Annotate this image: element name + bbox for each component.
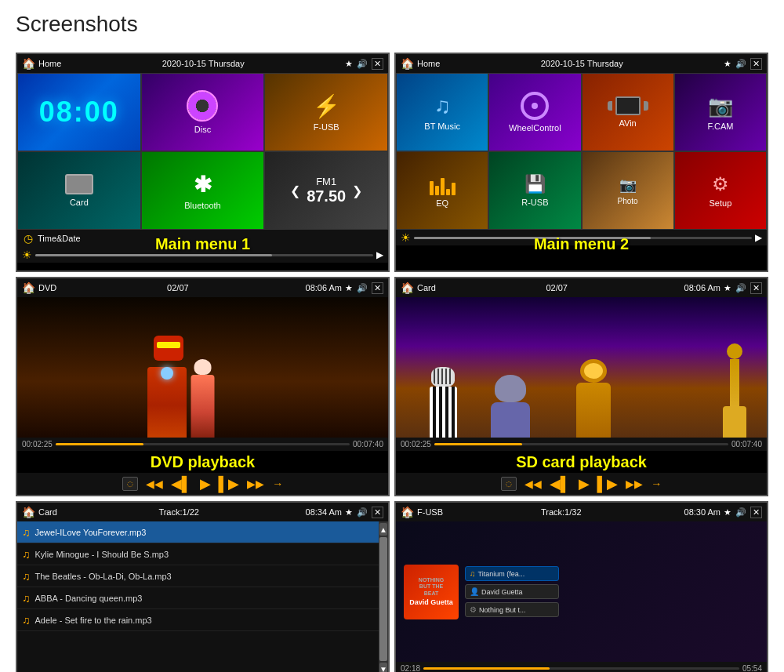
arrow-btn-p3[interactable]: → — [272, 478, 283, 490]
track-item-4[interactable]: ♫ ABBA - Dancing queen.mp3 — [17, 587, 379, 609]
track-mini-3[interactable]: ⚙ Nothing But t... — [465, 602, 559, 617]
volume-icon-p5: 🔊 — [357, 507, 368, 518]
track-mini-name-3: Nothing But t... — [479, 606, 526, 614]
progress-area-p6: 02:18 05:54 — [396, 662, 767, 672]
zebra-figure — [426, 367, 461, 438]
track-mini-list-p6: ♫ Titanium (fea... 👤 David Guetta ⚙ Noth… — [465, 566, 759, 617]
next-next-btn-p3[interactable]: ▶▶ — [247, 478, 264, 490]
repeat-btn-p3[interactable]: ◌ — [122, 477, 138, 491]
panel-main-menu-1: 🏠 Home 2020-10-15 Thursday ★ 🔊 ✕ 08:00 D… — [16, 53, 390, 272]
home-icon-p1[interactable]: 🏠 — [22, 57, 35, 70]
tile-eq[interactable]: EQ — [396, 151, 488, 230]
prev-btn-p4[interactable]: ◀▌ — [550, 475, 571, 492]
hippo-body — [491, 402, 530, 438]
bluetooth-icon-p1: ★ — [345, 59, 353, 69]
woman-head — [194, 359, 212, 375]
bt-icon-p6: ★ — [724, 507, 731, 518]
home-icon-p5[interactable]: 🏠 — [22, 506, 35, 518]
brightness-track-p2[interactable] — [414, 237, 752, 239]
home-icon-p4[interactable]: 🏠 — [401, 282, 414, 294]
track-item-3[interactable]: ♫ The Beatles - Ob-La-Di, Ob-La.mp3 — [17, 565, 379, 587]
prev-prev-btn-p3[interactable]: ◀◀ — [146, 478, 163, 490]
eq-bar-3 — [441, 178, 445, 195]
brightness-track-p1[interactable] — [35, 254, 373, 256]
tile-btmusic[interactable]: ♫ BT Music — [396, 73, 488, 151]
radio-next-icon[interactable]: ❯ — [352, 183, 362, 198]
radio-controls: ❮ FM1 87.50 ❯ — [290, 176, 362, 205]
panel-sdcard-playback: 🏠 Card 02/07 08:06 Am ★ 🔊 ✕ — [394, 277, 768, 496]
next-btn-p4[interactable]: ▌▶ — [597, 475, 619, 492]
prev-prev-btn-p4[interactable]: ◀◀ — [524, 478, 542, 490]
scroll-down-p5[interactable]: ▼ — [379, 663, 387, 672]
ironman-body — [147, 367, 187, 438]
tile-photo[interactable]: 📷 Photo — [582, 151, 674, 230]
tile-wheelcontrol[interactable]: WheelControl — [488, 73, 581, 151]
volume-icon-p3: 🔊 — [357, 283, 368, 293]
volume-icon2-p1: ▶ — [376, 249, 383, 260]
controls-bar-p4: ◌ ◀◀ ◀▌ ▶ ▌▶ ▶▶ → — [396, 473, 767, 495]
tile-fusb[interactable]: ⚡ F-USB — [264, 73, 388, 151]
disc-icon — [187, 90, 218, 122]
tile-card[interactable]: Card — [17, 151, 141, 230]
track-mini-1[interactable]: ♫ Titanium (fea... — [465, 566, 559, 581]
top-bar-p3: 🏠 DVD 02/07 08:06 Am ★ 🔊 ✕ — [17, 278, 388, 297]
track-item-2[interactable]: ♫ Kylie Minogue - I Should Be S.mp3 — [17, 543, 379, 565]
avin-icon-group — [608, 96, 648, 115]
eq-bar-1 — [430, 181, 434, 195]
status-icons-p4: ★ 🔊 ✕ — [724, 282, 762, 294]
panel-dvd-playback: 🏠 DVD 02/07 08:06 Am ★ 🔊 ✕ — [16, 277, 390, 496]
play-btn-p3[interactable]: ▶ — [200, 475, 211, 492]
source-p4: Card — [417, 283, 436, 292]
next-next-btn-p4[interactable]: ▶▶ — [626, 478, 643, 490]
tile-fcam[interactable]: 📷 F.CAM — [674, 73, 767, 151]
close-icon-p3[interactable]: ✕ — [372, 282, 383, 294]
close-icon-p5[interactable]: ✕ — [372, 507, 383, 518]
panel-card-music: 🏠 Card Track:1/22 08:34 Am ★ 🔊 ✕ ♫ Jewel… — [16, 501, 390, 672]
tile-bluetooth[interactable]: ✱ Bluetooth — [141, 151, 265, 230]
video-area-p3[interactable] — [17, 297, 388, 438]
scroll-thumb-p5[interactable] — [379, 537, 387, 661]
close-icon-p2[interactable]: ✕ — [750, 58, 762, 70]
close-icon-p6[interactable]: ✕ — [750, 507, 762, 518]
close-icon-p4[interactable]: ✕ — [750, 282, 762, 294]
track-name-5: Adele - Set fire to the rain.mp3 — [35, 616, 152, 625]
track-item-5[interactable]: ♫ Adele - Set fire to the rain.mp3 — [17, 609, 379, 631]
track-item-1[interactable]: ♫ Jewel-ILove YouForever.mp3 — [17, 521, 379, 543]
radio-prev-icon[interactable]: ❮ — [290, 183, 300, 198]
home-icon-p6[interactable]: 🏠 — [401, 506, 414, 518]
radio-band: FM1 — [307, 176, 346, 187]
progress-track-p3[interactable] — [56, 443, 350, 445]
scroll-up-p5[interactable]: ▲ — [379, 523, 387, 536]
tile-rusb[interactable]: 💾 R-USB — [488, 151, 581, 230]
next-btn-p3[interactable]: ▌▶ — [219, 475, 240, 492]
progress-track-p6[interactable] — [423, 667, 739, 670]
usb-icon: ⚡ — [313, 93, 340, 119]
home-icon-p2[interactable]: 🏠 — [401, 57, 414, 70]
card-icon — [65, 174, 93, 194]
sdcard-label-overlay: SD card playback — [396, 451, 767, 473]
tile-clock[interactable]: 08:00 — [17, 73, 141, 151]
play-btn-p4[interactable]: ▶ — [579, 475, 590, 492]
prev-btn-p3[interactable]: ◀▌ — [171, 475, 192, 492]
repeat-btn-p4[interactable]: ◌ — [501, 477, 517, 491]
progress-track-p4[interactable] — [434, 443, 728, 445]
video-area-p4[interactable] — [396, 297, 767, 438]
top-bar-p5: 🏠 Card Track:1/22 08:34 Am ★ 🔊 ✕ — [17, 503, 388, 521]
zebra-stripes — [434, 369, 452, 384]
woman-body — [191, 375, 215, 438]
close-icon-p1[interactable]: ✕ — [372, 58, 383, 70]
music-note-1: ♫ — [22, 526, 31, 539]
eq-bar-5 — [452, 183, 456, 195]
home-icon-p3[interactable]: 🏠 — [22, 282, 35, 294]
tile-radio[interactable]: ❮ FM1 87.50 ❯ — [264, 151, 388, 230]
eq-bar-4 — [446, 189, 450, 195]
tile-disc[interactable]: Disc — [141, 73, 265, 151]
time-elapsed-p6: 02:18 — [401, 664, 420, 672]
track-mini-name-1: Titanium (fea... — [478, 570, 525, 578]
arrow-btn-p4[interactable]: → — [651, 478, 662, 490]
tile-settings[interactable]: ⚙ Setup — [674, 151, 767, 230]
track-mini-2[interactable]: 👤 David Guetta — [465, 584, 559, 599]
woman-silhouette — [189, 359, 216, 438]
tile-avin[interactable]: AVin — [582, 73, 674, 151]
time-p4: 08:06 Am — [684, 283, 720, 292]
